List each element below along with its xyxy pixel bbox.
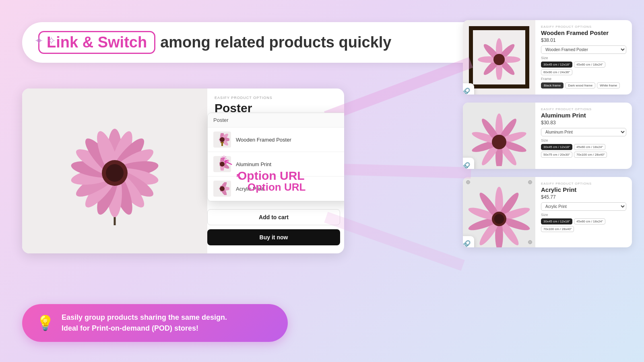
svg-point-75 <box>494 214 504 224</box>
dropdown-item-acrylic[interactable]: Acrylic Print <box>208 177 344 201</box>
card-acrylic-image <box>463 177 535 247</box>
card-aluminum-size-label: Size <box>541 138 626 142</box>
bottom-banner-text: Easily group products sharing the same d… <box>62 312 227 334</box>
dropdown-item-wooden[interactable]: Wooden Framed Poster <box>208 128 344 152</box>
header-tagline: among related products quickly <box>160 34 391 51</box>
frame-btn-darkwood[interactable]: Dark wood frame <box>565 82 595 88</box>
acrylic-size-btn-3[interactable]: 70x100 cm / 28x40" <box>541 226 574 232</box>
card-easify-label-3: EASIFY PRODUCT OPTIONS <box>541 182 626 185</box>
card-acrylic-details: EASIFY PRODUCT OPTIONS Acrylic Print $45… <box>535 177 632 247</box>
alum-size-btn-1[interactable]: 30x45 cm / 12x18" <box>541 144 572 150</box>
card-wooden-title: Wooden Framed Poster <box>541 29 626 36</box>
card-acrylic-price: $45.77 <box>541 194 626 200</box>
card-acrylic-size-label: Size <box>541 213 626 217</box>
dropdown-item-aluminum[interactable]: Aluminum Print <box>208 152 344 177</box>
card-easify-label-1: EASIFY PRODUCT OPTIONS <box>541 25 626 29</box>
alum-size-btn-3[interactable]: 50x75 cm / 20x30" <box>541 152 572 158</box>
svg-rect-30 <box>221 142 224 143</box>
sparkle-icon: ✦ ✧ <box>34 34 56 47</box>
easify-label-main: EASIFY PRODUCT OPTIONS <box>207 88 344 101</box>
cursor-icon: ↖ <box>235 171 244 182</box>
dropdown-item-wooden-label: Wooden Framed Poster <box>236 137 291 143</box>
card-wooden-frames: Black frame Dark wood frame White frame <box>541 82 626 88</box>
add-to-cart-button[interactable]: Add to cart <box>207 209 340 225</box>
right-cards-container: EASIFY PRODUCT OPTIONS Wooden Framed Pos… <box>463 20 632 247</box>
dropdown-thumb-aluminum <box>213 156 231 172</box>
size-btn-3[interactable]: 60x90 cm / 24x36" <box>541 69 572 75</box>
frame-btn-white[interactable]: White frame <box>597 82 620 88</box>
svg-point-40 <box>220 186 225 191</box>
card-aluminum-select[interactable]: Aluminum Print <box>541 128 626 136</box>
bottom-banner: 💡 Easily group products sharing the same… <box>22 304 288 342</box>
card-acrylic-title: Acrylic Print <box>541 186 626 193</box>
link-badge-2[interactable]: 🔗 <box>463 158 474 169</box>
dropdown-thumb-wooden <box>213 132 231 148</box>
card-aluminum: EASIFY PRODUCT OPTIONS Aluminum Print $3… <box>463 103 632 169</box>
card-wooden-frame-label: Frame <box>541 77 626 81</box>
svg-rect-31 <box>221 143 223 146</box>
card-wooden-sizes: 30x45 cm / 12x18" 45x60 cm / 18x24" 60x9… <box>541 62 626 75</box>
card-wooden-details: EASIFY PRODUCT OPTIONS Wooden Framed Pos… <box>535 20 632 95</box>
main-product-details: EASIFY PRODUCT OPTIONS Poster Poster <box>207 88 344 253</box>
main-product-image <box>22 88 207 253</box>
card-wooden-price: $38.01 <box>541 37 626 43</box>
dropdown-item-aluminum-label: Aluminum Print <box>236 161 271 167</box>
svg-point-36 <box>220 162 225 167</box>
acrylic-size-btn-1[interactable]: 30x45 cm / 12x18" <box>541 218 572 224</box>
svg-line-1 <box>326 169 471 173</box>
link-badge-3[interactable]: 🔗 <box>463 236 474 247</box>
card-wooden: EASIFY PRODUCT OPTIONS Wooden Framed Pos… <box>463 20 632 95</box>
svg-point-50 <box>493 54 505 65</box>
link-badge-1[interactable]: 🔗 <box>463 83 474 95</box>
card-acrylic-sizes: 30x45 cm / 12x18" 45x60 cm / 18x24" 70x1… <box>541 218 626 232</box>
size-btn-1[interactable]: 30x45 cm / 12x18" <box>541 62 572 68</box>
card-aluminum-title: Aluminum Print <box>541 112 626 119</box>
card-aluminum-image <box>463 103 535 169</box>
card-acrylic-select[interactable]: Acrylic Print <box>541 202 626 211</box>
alum-size-btn-2[interactable]: 45x60 cm / 18x24" <box>574 144 605 150</box>
card-easify-label-2: EASIFY PRODUCT OPTIONS <box>541 107 626 111</box>
lightbulb-icon: 💡 <box>36 315 54 331</box>
size-btn-2[interactable]: 45x60 cm / 18x24" <box>574 62 605 68</box>
card-aluminum-price: $30.83 <box>541 120 626 125</box>
svg-point-29 <box>220 137 225 142</box>
dropdown-item-acrylic-label: Acrylic Print <box>236 186 264 192</box>
card-wooden-select[interactable]: Wooden Framed Poster <box>541 45 626 54</box>
card-aluminum-sizes: 30x45 cm / 12x18" 45x60 cm / 18x24" 50x7… <box>541 144 626 158</box>
acrylic-size-btn-2[interactable]: 45x60 cm / 18x24" <box>574 218 605 224</box>
buy-now-button[interactable]: Buy it now <box>207 229 340 245</box>
svg-point-62 <box>492 135 506 149</box>
card-wooden-size-label: Size <box>541 56 626 60</box>
card-wooden-image <box>463 20 535 95</box>
product-dropdown[interactable]: Poster Wooden Framed Poster <box>207 113 344 202</box>
dropdown-header: Poster <box>208 113 344 128</box>
svg-point-24 <box>106 164 124 182</box>
svg-line-2 <box>326 217 463 265</box>
alum-size-btn-4[interactable]: 70x100 cm / 28x40" <box>574 152 607 158</box>
main-product-card: EASIFY PRODUCT OPTIONS Poster Poster <box>22 88 344 253</box>
card-acrylic: EASIFY PRODUCT OPTIONS Acrylic Print $45… <box>463 177 632 247</box>
dropdown-thumb-acrylic <box>213 181 231 197</box>
card-aluminum-details: EASIFY PRODUCT OPTIONS Aluminum Print $3… <box>535 103 632 169</box>
svg-line-0 <box>326 62 471 117</box>
frame-btn-black[interactable]: Black frame <box>541 82 564 88</box>
